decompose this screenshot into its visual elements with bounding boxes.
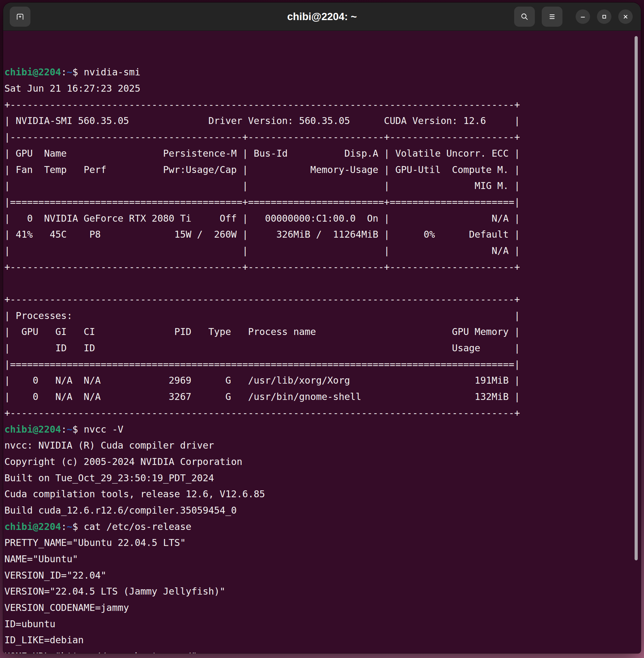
output-text: | | | N/A | — [4, 245, 520, 256]
minimize-button[interactable] — [576, 9, 590, 24]
command-text: nvcc -V — [84, 424, 123, 435]
output-text: | 0 N/A N/A 3267 G /usr/bin/gnome-shell … — [4, 391, 520, 402]
terminal-line: +---------------------------------------… — [4, 97, 641, 113]
close-button[interactable] — [618, 9, 633, 24]
output-text: | Fan Temp Perf Pwr:Usage/Cap | Memory-U… — [4, 164, 520, 175]
output-text: |=======================================… — [4, 197, 520, 207]
output-text: +---------------------------------------… — [4, 408, 520, 418]
terminal-window: chibi@2204: ~ — [3, 2, 641, 653]
terminal-line: nvcc: NVIDIA (R) Cuda compiler driver — [4, 437, 641, 454]
output-text: PRETTY_NAME="Ubuntu 22.04.5 LTS" — [4, 537, 186, 548]
scrollbar-thumb[interactable] — [635, 36, 638, 561]
terminal-line: +---------------------------------------… — [4, 405, 641, 421]
terminal-line: Sat Jun 21 16:27:23 2025 — [4, 80, 641, 97]
menu-icon — [547, 12, 557, 21]
terminal-line — [4, 275, 641, 291]
output-text: VERSION_ID="22.04" — [4, 570, 106, 581]
output-text: HOME_URL="https://www.ubuntu.com/" — [4, 651, 197, 653]
terminal-line: +---------------------------------------… — [4, 259, 641, 275]
search-button[interactable] — [514, 6, 535, 27]
terminal-line: | | | MIG M. | — [4, 178, 641, 194]
terminal-prompt-line: chibi@2204:~$ cat /etc/os-release — [4, 519, 641, 535]
terminal-line: +---------------------------------------… — [4, 291, 641, 308]
output-text: | ID ID Usage | — [4, 343, 520, 353]
output-text: |---------------------------------------… — [4, 132, 520, 142]
terminal-line: ID_LIKE=debian — [4, 632, 641, 648]
terminal-line: | GPU Name Persistence-M | Bus-Id Disp.A… — [4, 145, 641, 162]
search-icon — [520, 12, 529, 21]
new-tab-button[interactable] — [10, 6, 30, 27]
prompt-symbol: $ — [72, 67, 84, 78]
output-text: | 0 NVIDIA GeForce RTX 2080 Ti Off | 000… — [4, 213, 520, 224]
terminal-line: HOME_URL="https://www.ubuntu.com/" — [4, 648, 641, 653]
window-title: chibi@2204: ~ — [287, 11, 356, 23]
output-text: | 0 N/A N/A 2969 G /usr/lib/xorg/Xorg 19… — [4, 375, 520, 386]
output-text: |=======================================… — [4, 359, 520, 370]
terminal-line: | Processes: | — [4, 308, 641, 324]
output-text: | 41% 45C P8 15W / 260W | 326MiB / 11264… — [4, 229, 520, 240]
output-text: | GPU Name Persistence-M | Bus-Id Disp.A… — [4, 148, 520, 159]
terminal-line: Built on Tue_Oct_29_23:50:19_PDT_2024 — [4, 470, 641, 486]
prompt-path: ~ — [67, 424, 72, 435]
maximize-button[interactable] — [597, 9, 612, 24]
output-text: Sat Jun 21 16:27:23 2025 — [4, 83, 140, 94]
prompt-symbol: $ — [72, 424, 84, 435]
prompt-user: chibi@2204 — [4, 67, 61, 78]
output-text: | | | MIG M. | — [4, 180, 520, 191]
terminal-line: | 0 N/A N/A 2969 G /usr/lib/xorg/Xorg 19… — [4, 372, 641, 389]
output-text: +---------------------------------------… — [4, 99, 520, 110]
output-text: | GPU GI CI PID Type Process name GPU Me… — [4, 326, 520, 337]
command-text: cat /etc/os-release — [84, 521, 191, 532]
terminal-line: Cuda compilation tools, release 12.6, V1… — [4, 486, 641, 502]
terminal-output: chibi@2204:~$ nvidia-smiSat Jun 21 16:27… — [4, 64, 641, 653]
terminal-line: VERSION_CODENAME=jammy — [4, 599, 641, 616]
output-text: ID_LIKE=debian — [4, 634, 84, 645]
output-text: Build cuda_12.6.r12.6/compiler.35059454_… — [4, 505, 237, 516]
terminal-line: | | | N/A | — [4, 243, 641, 259]
output-text: nvcc: NVIDIA (R) Cuda compiler driver — [4, 440, 214, 451]
terminal-line: | GPU GI CI PID Type Process name GPU Me… — [4, 324, 641, 340]
output-text: +---------------------------------------… — [4, 294, 520, 305]
minimize-icon — [579, 13, 587, 21]
terminal-prompt-line: chibi@2204:~$ nvidia-smi — [4, 64, 641, 80]
terminal-line: |=======================================… — [4, 356, 641, 373]
menu-button[interactable] — [542, 6, 562, 27]
prompt-user: chibi@2204 — [4, 424, 61, 435]
prompt-path: ~ — [67, 521, 72, 532]
terminal-line: | 0 N/A N/A 3267 G /usr/bin/gnome-shell … — [4, 389, 641, 405]
terminal-line: |---------------------------------------… — [4, 129, 641, 145]
output-text: VERSION="22.04.5 LTS (Jammy Jellyfish)" — [4, 586, 225, 597]
terminal-line: | 41% 45C P8 15W / 260W | 326MiB / 11264… — [4, 226, 641, 243]
output-text: Cuda compilation tools, release 12.6, V1… — [4, 488, 265, 500]
terminal-line: ID=ubuntu — [4, 616, 641, 632]
output-text: Built on Tue_Oct_29_23:50:19_PDT_2024 — [4, 473, 214, 483]
prompt-separator: : — [61, 521, 67, 532]
command-text: nvidia-smi — [84, 67, 140, 78]
terminal-line: PRETTY_NAME="Ubuntu 22.04.5 LTS" — [4, 535, 641, 551]
terminal-line: | 0 NVIDIA GeForce RTX 2080 Ti Off | 000… — [4, 210, 641, 227]
terminal-line: VERSION="22.04.5 LTS (Jammy Jellyfish)" — [4, 583, 641, 599]
terminal-line: NAME="Ubuntu" — [4, 551, 641, 567]
prompt-path: ~ — [67, 67, 72, 78]
terminal-line: Build cuda_12.6.r12.6/compiler.35059454_… — [4, 502, 641, 519]
output-text: ID=ubuntu — [4, 618, 55, 630]
output-text: Copyright (c) 2005-2024 NVIDIA Corporati… — [4, 456, 243, 467]
terminal-line: Copyright (c) 2005-2024 NVIDIA Corporati… — [4, 454, 641, 470]
terminal-line: | ID ID Usage | — [4, 340, 641, 356]
terminal-line: | Fan Temp Perf Pwr:Usage/Cap | Memory-U… — [4, 162, 641, 178]
output-text: +---------------------------------------… — [4, 262, 520, 272]
new-tab-icon — [15, 12, 25, 21]
terminal-screen[interactable]: chibi@2204:~$ nvidia-smiSat Jun 21 16:27… — [3, 31, 641, 653]
prompt-symbol: $ — [72, 521, 84, 532]
prompt-separator: : — [61, 424, 67, 435]
prompt-separator: : — [61, 67, 67, 78]
output-text: NAME="Ubuntu" — [4, 553, 78, 565]
output-text: VERSION_CODENAME=jammy — [4, 602, 129, 613]
terminal-prompt-line: chibi@2204:~$ nvcc -V — [4, 421, 641, 438]
terminal-line: | NVIDIA-SMI 560.35.05 Driver Version: 5… — [4, 113, 641, 129]
close-icon — [621, 13, 629, 21]
terminal-line: |=======================================… — [4, 194, 641, 210]
titlebar[interactable]: chibi@2204: ~ — [3, 2, 641, 31]
maximize-icon — [600, 13, 608, 21]
prompt-user: chibi@2204 — [4, 521, 61, 532]
